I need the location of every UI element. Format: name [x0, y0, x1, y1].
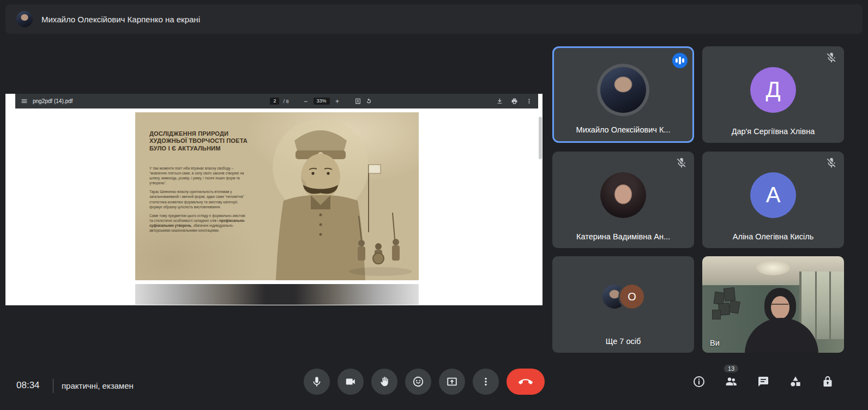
menu-icon[interactable]: [21, 98, 28, 105]
chat-icon: [757, 375, 770, 388]
reactions-button[interactable]: [405, 369, 431, 395]
shared-screen: png2pdf (14).pdf 2 / 8 − 33% + ДОСЛІДЖЕН…: [5, 94, 542, 305]
mic-button[interactable]: [304, 369, 330, 395]
next-page-preview: [135, 284, 419, 305]
meeting-name: практичні, екзамен: [62, 381, 134, 390]
zoom-in-button[interactable]: +: [334, 98, 341, 105]
download-icon[interactable]: [496, 98, 503, 105]
slide-paragraph: Тарас Шевченко власну оригінальність вті…: [149, 189, 249, 209]
participant-name: Катерина Вадимівна Ан...: [552, 232, 694, 241]
audio-level-icon: [672, 53, 688, 68]
zoom-out-button[interactable]: −: [302, 98, 310, 105]
slide-paragraph: У такі моменти поет ніби втрачає власну …: [149, 166, 249, 185]
overflow-avatars: О: [602, 285, 644, 309]
page-count-label: / 8: [283, 99, 288, 104]
participant-name: Дар'я Сергіївна Хлівна: [702, 127, 844, 136]
overflow-count-label: Ще 7 осіб: [552, 337, 694, 346]
raise-hand-button[interactable]: [371, 369, 397, 395]
pdf-page-area: ДОСЛІДЖЕННЯ ПРИРОДИ ХУДОЖНЬОЇ ТВОРЧОСТІ …: [15, 108, 538, 305]
activities-button[interactable]: [789, 375, 802, 388]
more-icon: [480, 376, 492, 388]
activities-icon: [789, 375, 802, 388]
participant-tile-alina[interactable]: А Аліна Олегівна Кисіль: [702, 152, 844, 248]
mic-off-icon: [676, 157, 688, 169]
avatar-initial: Д: [765, 77, 780, 102]
end-call-icon: [519, 375, 533, 389]
panel-controls: 13: [692, 375, 834, 388]
slide-page: ДОСЛІДЖЕННЯ ПРИРОДИ ХУДОЖНЬОЇ ТВОРЧОСТІ …: [135, 112, 419, 280]
page-number-input[interactable]: 2: [270, 98, 279, 105]
clock: 08:34: [16, 380, 40, 391]
zoom-level-value: 33%: [314, 98, 330, 105]
camera-icon: [345, 376, 357, 388]
overflow-participants-tile[interactable]: О Ще 7 осіб: [552, 256, 694, 353]
end-call-button[interactable]: [507, 369, 545, 395]
host-controls-icon: [821, 375, 834, 388]
ceiling-lamp: [756, 260, 790, 275]
avatar: [600, 67, 646, 113]
pdf-scrollbar[interactable]: [539, 117, 542, 159]
avatar: [600, 172, 646, 218]
slide-paragraph: Саме тому предметом цього огляду є форма…: [149, 213, 249, 233]
slide-body-text: У такі моменти поет ніби втрачає власну …: [149, 166, 249, 237]
participant-name: Михайло Олексійович К...: [554, 125, 692, 134]
rotate-icon[interactable]: [365, 98, 372, 105]
people-button[interactable]: 13: [725, 375, 738, 388]
info-icon: [692, 375, 706, 388]
mic-off-icon: [825, 52, 837, 64]
participant-tile-daria[interactable]: Д Дар'я Сергіївна Хлівна: [702, 46, 844, 143]
present-icon: [446, 376, 458, 388]
more-options-button[interactable]: [473, 369, 499, 395]
divider: [53, 379, 53, 393]
meeting-details-button[interactable]: [692, 375, 706, 388]
pdf-filename: png2pdf (14).pdf: [33, 98, 73, 104]
mic-off-icon: [825, 157, 837, 169]
participant-name: Ви: [710, 339, 720, 347]
camera-button[interactable]: [337, 369, 364, 395]
avatar: А: [750, 172, 796, 218]
host-controls-button[interactable]: [821, 375, 834, 388]
avatar-initial: О: [620, 285, 644, 309]
slide-portrait-illustration: [250, 112, 419, 280]
participant-tile-kateryna[interactable]: Катерина Вадимівна Ан...: [552, 152, 694, 248]
participant-tile-mykhailo[interactable]: Михайло Олексійович К...: [552, 46, 694, 143]
pdf-toolbar: png2pdf (14).pdf 2 / 8 − 33% +: [15, 94, 538, 108]
more-options-icon[interactable]: [526, 98, 533, 105]
avatar: Д: [750, 67, 796, 113]
chat-button[interactable]: [757, 375, 770, 388]
print-icon[interactable]: [511, 98, 518, 105]
participant-count-badge: 13: [724, 365, 738, 372]
avatar-initial: А: [766, 183, 781, 207]
present-button[interactable]: [439, 369, 465, 395]
mic-icon: [311, 376, 323, 388]
hand-icon: [378, 376, 390, 388]
presenter-avatar: [16, 11, 33, 27]
presenting-banner: Михайло Олексійович Карпенко на екрані: [5, 4, 863, 34]
self-video-tile[interactable]: Ви: [702, 256, 844, 353]
presenting-banner-text: Михайло Олексійович Карпенко на екрані: [41, 15, 200, 24]
fit-page-icon[interactable]: [354, 98, 361, 105]
people-icon: [725, 375, 738, 388]
participant-name: Аліна Олегівна Кисіль: [702, 232, 844, 241]
slide-title: ДОСЛІДЖЕННЯ ПРИРОДИ ХУДОЖНЬОЇ ТВОРЧОСТІ …: [149, 130, 261, 152]
call-controls: [304, 369, 545, 395]
emoji-icon: [412, 376, 424, 388]
